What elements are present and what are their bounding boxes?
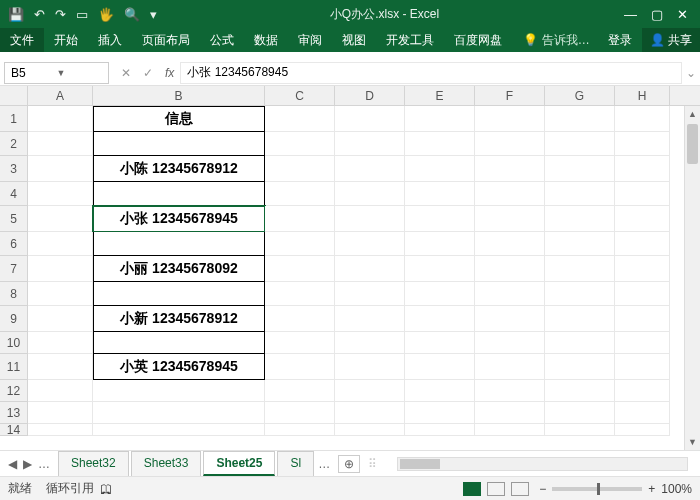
cell-D2[interactable] xyxy=(335,132,405,156)
cell-H10[interactable] xyxy=(615,332,670,354)
tab-developer[interactable]: 开发工具 xyxy=(376,28,444,52)
tab-nav-next-icon[interactable]: ▶ xyxy=(23,457,32,471)
cell-G9[interactable] xyxy=(545,306,615,332)
cell-C7[interactable] xyxy=(265,256,335,282)
cell-F3[interactable] xyxy=(475,156,545,182)
cell-E6[interactable] xyxy=(405,232,475,256)
tab-insert[interactable]: 插入 xyxy=(88,28,132,52)
cell-A12[interactable] xyxy=(28,380,93,402)
sheet-tab[interactable]: Sheet33 xyxy=(131,451,202,476)
row-header[interactable]: 4 xyxy=(0,182,28,206)
column-header-A[interactable]: A xyxy=(28,86,93,105)
cell-H1[interactable] xyxy=(615,106,670,132)
cell-D1[interactable] xyxy=(335,106,405,132)
formula-input[interactable]: 小张 12345678945 xyxy=(180,62,682,84)
cell-G13[interactable] xyxy=(545,402,615,424)
cell-D3[interactable] xyxy=(335,156,405,182)
cell-B3[interactable]: 小陈 12345678912 xyxy=(93,156,265,182)
cell-B7[interactable]: 小丽 12345678092 xyxy=(93,256,265,282)
cell-H4[interactable] xyxy=(615,182,670,206)
touch-icon[interactable]: 🖐 xyxy=(98,7,114,22)
cell-E5[interactable] xyxy=(405,206,475,232)
cell-B13[interactable] xyxy=(93,402,265,424)
cell-F14[interactable] xyxy=(475,424,545,436)
row-header[interactable]: 2 xyxy=(0,132,28,156)
cell-F5[interactable] xyxy=(475,206,545,232)
cell-C9[interactable] xyxy=(265,306,335,332)
row-header[interactable]: 3 xyxy=(0,156,28,182)
cell-H3[interactable] xyxy=(615,156,670,182)
cell-G11[interactable] xyxy=(545,354,615,380)
zoom-level[interactable]: 100% xyxy=(661,482,692,496)
cell-E11[interactable] xyxy=(405,354,475,380)
cell-D12[interactable] xyxy=(335,380,405,402)
login-button[interactable]: 登录 xyxy=(598,28,642,52)
cell-G3[interactable] xyxy=(545,156,615,182)
cell-H14[interactable] xyxy=(615,424,670,436)
cell-F8[interactable] xyxy=(475,282,545,306)
cell-B4[interactable] xyxy=(93,182,265,206)
tab-data[interactable]: 数据 xyxy=(244,28,288,52)
view-page-break-icon[interactable] xyxy=(511,482,529,496)
scroll-thumb[interactable] xyxy=(687,124,698,164)
cell-B12[interactable] xyxy=(93,380,265,402)
column-header-H[interactable]: H xyxy=(615,86,670,105)
row-header[interactable]: 9 xyxy=(0,306,28,332)
tab-view[interactable]: 视图 xyxy=(332,28,376,52)
cell-A5[interactable] xyxy=(28,206,93,232)
cell-B14[interactable] xyxy=(93,424,265,436)
minimize-icon[interactable]: — xyxy=(624,7,637,22)
row-header[interactable]: 10 xyxy=(0,332,28,354)
row-header[interactable]: 8 xyxy=(0,282,28,306)
cell-G1[interactable] xyxy=(545,106,615,132)
cell-F9[interactable] xyxy=(475,306,545,332)
cell-F1[interactable] xyxy=(475,106,545,132)
cell-C11[interactable] xyxy=(265,354,335,380)
cell-A14[interactable] xyxy=(28,424,93,436)
cell-H2[interactable] xyxy=(615,132,670,156)
cell-F4[interactable] xyxy=(475,182,545,206)
cell-F11[interactable] xyxy=(475,354,545,380)
cell-G14[interactable] xyxy=(545,424,615,436)
share-button[interactable]: 👤 共享 xyxy=(642,28,700,52)
tab-ellipsis[interactable]: … xyxy=(38,457,50,471)
cell-B1[interactable]: 信息 xyxy=(93,106,265,132)
tab-formulas[interactable]: 公式 xyxy=(200,28,244,52)
sheet-tab[interactable]: Sheet25 xyxy=(203,451,275,476)
tell-me[interactable]: 💡 告诉我… xyxy=(515,32,597,49)
close-icon[interactable]: ✕ xyxy=(677,7,688,22)
cell-E14[interactable] xyxy=(405,424,475,436)
view-page-layout-icon[interactable] xyxy=(487,482,505,496)
cell-A11[interactable] xyxy=(28,354,93,380)
cell-D13[interactable] xyxy=(335,402,405,424)
cell-G6[interactable] xyxy=(545,232,615,256)
cell-A13[interactable] xyxy=(28,402,93,424)
cell-C5[interactable] xyxy=(265,206,335,232)
cell-H11[interactable] xyxy=(615,354,670,380)
cell-H8[interactable] xyxy=(615,282,670,306)
cell-F7[interactable] xyxy=(475,256,545,282)
view-normal-icon[interactable] xyxy=(463,482,481,496)
tab-layout[interactable]: 页面布局 xyxy=(132,28,200,52)
tab-home[interactable]: 开始 xyxy=(44,28,88,52)
cell-F6[interactable] xyxy=(475,232,545,256)
redo-icon[interactable]: ↷ xyxy=(55,7,66,22)
cell-A9[interactable] xyxy=(28,306,93,332)
row-header[interactable]: 11 xyxy=(0,354,28,380)
cell-H6[interactable] xyxy=(615,232,670,256)
cell-H9[interactable] xyxy=(615,306,670,332)
row-header[interactable]: 1 xyxy=(0,106,28,132)
cell-A6[interactable] xyxy=(28,232,93,256)
cell-D6[interactable] xyxy=(335,232,405,256)
vertical-scrollbar[interactable]: ▲ ▼ xyxy=(684,106,700,450)
worksheet-grid[interactable]: ABCDEFGH 1信息23小陈 1234567891245小张 1234567… xyxy=(0,86,700,450)
cell-C8[interactable] xyxy=(265,282,335,306)
tab-review[interactable]: 审阅 xyxy=(288,28,332,52)
cell-G12[interactable] xyxy=(545,380,615,402)
cell-A7[interactable] xyxy=(28,256,93,282)
new-icon[interactable]: ▭ xyxy=(76,7,88,22)
cell-E7[interactable] xyxy=(405,256,475,282)
cell-E4[interactable] xyxy=(405,182,475,206)
cell-F10[interactable] xyxy=(475,332,545,354)
cell-F2[interactable] xyxy=(475,132,545,156)
